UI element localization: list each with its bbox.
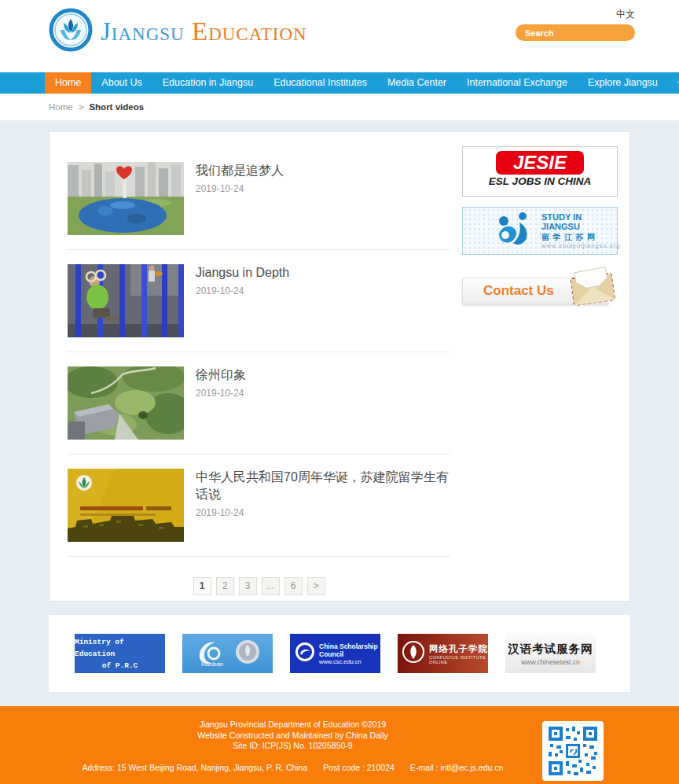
video-thumbnail-70th-anniversary[interactable]	[68, 469, 184, 542]
csc-line2: www.csc.edu.cn	[319, 658, 380, 665]
site-title-education: Education	[192, 17, 307, 46]
partner-links-card: Ministry of Education of P.R.C Hanban	[49, 615, 630, 692]
nav-item-about-us[interactable]: About Us	[91, 72, 152, 94]
content-card: 我们都是追梦人 2019-10-24	[49, 131, 630, 602]
pagination-page-6[interactable]: 6	[284, 577, 303, 595]
nav-item-educational-institutes[interactable]: Educational Institutes	[263, 72, 377, 94]
jesie-caption: ESL JOBS IN CHINA	[463, 175, 617, 187]
partner-china-scholarship-council[interactable]: China Scholarship Council www.csc.edu.cn	[290, 634, 380, 673]
pagination: 1 2 3 ... 6 >	[68, 577, 450, 595]
video-info: Jiangsu in Depth 2019-10-24	[196, 264, 449, 337]
video-thumbnail-dream-chasers[interactable]	[68, 162, 184, 235]
video-info: 徐州印象 2019-10-24	[196, 366, 449, 440]
study-url: www.studyinjiangsu.org	[541, 243, 620, 250]
footer-contact-line: Address: 15 West Beijing Road, Nanjing, …	[0, 763, 585, 772]
video-title[interactable]: 我们都是追梦人	[196, 162, 449, 179]
footer-postcode: Post code : 210024	[323, 763, 395, 772]
video-thumbnail-jiangsu-in-depth[interactable]	[68, 264, 184, 337]
footer-site-id: Site ID: ICP(JS) No. 10205850-9	[0, 741, 585, 752]
pagination-page-1[interactable]: 1	[193, 577, 211, 595]
site-logo[interactable]	[49, 8, 93, 52]
envelope-icon	[563, 267, 621, 312]
pagination-ellipsis[interactable]: ...	[262, 577, 280, 595]
confucius-line2: CONFUCIUS INSTITUTE ONLINE	[429, 655, 488, 664]
study-in-jiangsu-text: STUDY IN JIANGSU 留学江苏网 www.studyinjiangs…	[541, 212, 620, 249]
main-nav: Home About Us Education in Jiangsu Educa…	[0, 72, 679, 94]
video-info: 中华人民共和国70周年华诞，苏建院留学生有话说 2019-10-24	[196, 469, 449, 542]
language-switch-link[interactable]: 中文	[616, 8, 635, 21]
footer-address: Address: 15 West Beijing Road, Nanjing, …	[83, 763, 308, 772]
video-list-item[interactable]: Jiangsu in Depth 2019-10-24	[68, 250, 450, 352]
pagination-page-3[interactable]: 3	[239, 577, 257, 595]
video-title[interactable]: 中华人民共和国70周年华诞，苏建院留学生有话说	[196, 469, 449, 503]
video-thumbnail-xuzhou-impression[interactable]	[68, 366, 184, 440]
svg-text:Hanban: Hanban	[201, 661, 223, 668]
confucius-emblem-icon	[402, 640, 425, 667]
video-list-item[interactable]: 徐州印象 2019-10-24	[68, 352, 450, 455]
moe-line1: Ministry of Education	[75, 636, 165, 660]
qr-code	[542, 721, 604, 781]
study-title: STUDY IN JIANGSU	[541, 212, 620, 232]
sidebar: JESIE ESL JOBS IN CHINA STUDY IN JIANGSU…	[462, 146, 618, 311]
partner-chinese-test[interactable]: 汉语考试服务网 www.chinesetest.cn	[505, 634, 596, 673]
site-title-jiangsu: Jiangsu	[101, 17, 192, 46]
page-footer: Jiangsu Provincial Department of Educati…	[0, 706, 679, 784]
lotus-logo-icon	[49, 41, 93, 54]
footer-maintainer: Website Constructed and Maintained by Ch…	[0, 731, 585, 742]
search-box[interactable]	[516, 24, 635, 41]
jesie-banner[interactable]: JESIE ESL JOBS IN CHINA	[462, 146, 618, 197]
csc-text: China Scholarship Council www.csc.edu.cn	[319, 642, 380, 665]
jesie-logo: JESIE	[496, 151, 584, 175]
chinesetest-line1: 汉语考试服务网	[508, 642, 593, 657]
study-subtitle: 留学江苏网	[541, 233, 620, 242]
footer-copyright: Jiangsu Provincial Department of Educati…	[0, 720, 585, 731]
study-in-jiangsu-logo-icon	[496, 212, 537, 251]
video-title[interactable]: Jiangsu in Depth	[196, 264, 449, 282]
pagination-page-2[interactable]: 2	[216, 577, 234, 595]
csc-line1: China Scholarship Council	[319, 642, 380, 658]
nav-item-international-exchange[interactable]: International Exchange	[457, 72, 578, 94]
video-list-item[interactable]: 我们都是追梦人 2019-10-24	[68, 148, 450, 250]
contact-us-label: Contact Us	[483, 283, 554, 299]
video-date: 2019-10-24	[196, 507, 449, 518]
video-date: 2019-10-24	[196, 388, 449, 399]
video-date: 2019-10-24	[196, 183, 449, 194]
nav-item-education-in-jiangsu[interactable]: Education in Jiangsu	[152, 72, 263, 94]
partner-ministry-of-education[interactable]: Ministry of Education of P.R.C	[75, 634, 165, 673]
confucius-text: 网络孔子学院 CONFUCIUS INSTITUTE ONLINE	[429, 643, 488, 664]
contact-us-banner[interactable]: Contact Us	[462, 271, 618, 311]
video-info: 我们都是追梦人 2019-10-24	[196, 162, 449, 235]
site-title: Jiangsu Education	[101, 17, 307, 46]
video-date: 2019-10-24	[196, 285, 449, 296]
footer-email: E-mail : intl@ec.js.edu.cn	[410, 763, 504, 772]
pagination-next-button[interactable]: >	[307, 577, 325, 595]
search-input[interactable]	[516, 28, 645, 38]
footer-info: Jiangsu Provincial Department of Educati…	[0, 720, 585, 752]
breadcrumb-home-link[interactable]: Home	[49, 102, 73, 112]
nav-item-guide[interactable]: Guide	[668, 72, 679, 94]
hanban-swoosh-icon: Hanban	[195, 636, 226, 671]
breadcrumb-current: Short videos	[89, 102, 144, 112]
site-header: Jiangsu Education 中文	[0, 0, 679, 72]
breadcrumb-separator: >	[79, 102, 84, 112]
video-list-item[interactable]: 中华人民共和国70周年华诞，苏建院留学生有话说 2019-10-24	[68, 455, 450, 557]
csc-emblem-icon	[295, 642, 315, 665]
study-in-jiangsu-banner[interactable]: STUDY IN JIANGSU 留学江苏网 www.studyinjiangs…	[462, 207, 618, 255]
nav-item-home[interactable]: Home	[45, 72, 91, 94]
main-area: 我们都是追梦人 2019-10-24	[0, 120, 679, 706]
confucius-line1: 网络孔子学院	[429, 643, 488, 655]
nav-item-explore-jiangsu[interactable]: Explore Jiangsu	[578, 72, 668, 94]
breadcrumb: Home > Short videos	[0, 94, 679, 120]
hanban-emblem-icon	[234, 639, 261, 668]
partner-confucius-institute-online[interactable]: 网络孔子学院 CONFUCIUS INSTITUTE ONLINE	[398, 634, 488, 673]
chinesetest-line2: www.chinesetest.cn	[521, 658, 580, 666]
partner-hanban[interactable]: Hanban	[182, 634, 273, 673]
nav-item-media-center[interactable]: Media Center	[377, 72, 457, 94]
search-icon	[645, 26, 656, 39]
video-title[interactable]: 徐州印象	[196, 366, 449, 384]
search-button[interactable]	[645, 24, 656, 41]
video-list: 我们都是追梦人 2019-10-24	[68, 148, 450, 595]
moe-line2: of P.R.C	[102, 660, 138, 672]
